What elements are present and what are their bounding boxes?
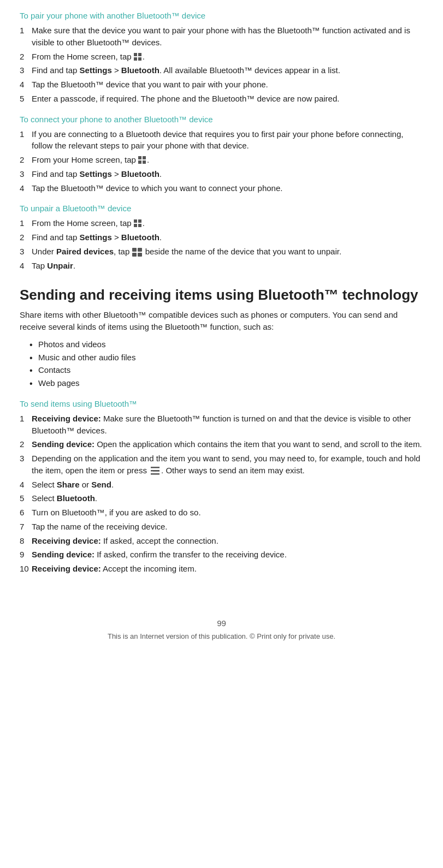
step-num: 4 bbox=[20, 79, 32, 91]
step-num: 2 bbox=[20, 231, 32, 243]
bullet-list: Photos and videos Music and other audio … bbox=[20, 338, 423, 389]
send-step-9: 9 Sending device: If asked, confirm the … bbox=[20, 549, 423, 561]
step-content: Find and tap Settings > Bluetooth. bbox=[32, 231, 423, 243]
unpair-heading: To unpair a Bluetooth™ device bbox=[20, 204, 423, 213]
pair-section: To pair your phone with another Bluetoot… bbox=[20, 11, 423, 105]
step-num: 4 bbox=[20, 182, 32, 194]
send-step-1: 1 Receiving device: Make sure the Blueto… bbox=[20, 413, 423, 437]
step-content: If you are connecting to a Bluetooth dev… bbox=[32, 128, 423, 152]
pair-steps-list: 1 Make sure that the device you want to … bbox=[20, 25, 423, 105]
step-num: 1 bbox=[20, 25, 32, 37]
grid-icon bbox=[138, 156, 147, 164]
pair-step-3: 3 Find and tap Settings > Bluetooth. All… bbox=[20, 64, 423, 76]
step-num: 5 bbox=[20, 492, 32, 504]
step-num: 8 bbox=[20, 535, 32, 547]
step-content: Under Paired devices, tap beside the nam… bbox=[32, 246, 423, 258]
step-content: From the Home screen, tap . bbox=[32, 51, 423, 63]
step-num: 2 bbox=[20, 51, 32, 63]
bullet-item-contacts: Contacts bbox=[29, 364, 423, 376]
grid-icon bbox=[134, 219, 143, 227]
step-content: Select Bluetooth. bbox=[32, 492, 423, 504]
page-number: 99 bbox=[20, 619, 423, 628]
unpair-section: To unpair a Bluetooth™ device 1 From the… bbox=[20, 204, 423, 271]
step-num: 3 bbox=[20, 168, 32, 180]
step-num: 7 bbox=[20, 521, 32, 533]
pair-heading: To pair your phone with another Bluetoot… bbox=[20, 11, 423, 20]
unpair-step-1: 1 From the Home screen, tap . bbox=[20, 217, 423, 229]
step-content: Make sure that the device you want to pa… bbox=[32, 25, 423, 49]
unpair-steps-list: 1 From the Home screen, tap . 2 Find and… bbox=[20, 217, 423, 271]
unpair-step-2: 2 Find and tap Settings > Bluetooth. bbox=[20, 231, 423, 243]
step-content: From the Home screen, tap . bbox=[32, 217, 423, 229]
step-num: 9 bbox=[20, 549, 32, 561]
step-num: 2 bbox=[20, 438, 32, 450]
step-content: Tap the Bluetooth™ device that you want … bbox=[32, 79, 423, 91]
connect-step-3: 3 Find and tap Settings > Bluetooth. bbox=[20, 168, 423, 180]
connect-step-2: 2 From your Home screen, tap . bbox=[20, 154, 423, 166]
connect-step-1: 1 If you are connecting to a Bluetooth d… bbox=[20, 128, 423, 152]
step-num: 10 bbox=[20, 563, 32, 575]
step-num: 3 bbox=[20, 64, 32, 76]
send-step-6: 6 Turn on Bluetooth™, if you are asked t… bbox=[20, 507, 423, 519]
step-num: 3 bbox=[20, 246, 32, 258]
step-num: 5 bbox=[20, 93, 32, 105]
step-content: Tap the Bluetooth™ device to which you w… bbox=[32, 182, 423, 194]
step-content: Depending on the application and the ite… bbox=[32, 453, 423, 477]
send-step-5: 5 Select Bluetooth. bbox=[20, 492, 423, 504]
send-step-8: 8 Receiving device: If asked, accept the… bbox=[20, 535, 423, 547]
step-content: Select Share or Send. bbox=[32, 479, 423, 491]
footer-text: This is an Internet version of this publ… bbox=[20, 632, 423, 640]
send-step-3: 3 Depending on the application and the i… bbox=[20, 453, 423, 477]
bullet-item-web: Web pages bbox=[29, 377, 423, 389]
connect-heading: To connect your phone to another Bluetoo… bbox=[20, 115, 423, 124]
svg-rect-14 bbox=[151, 473, 160, 475]
step-num: 3 bbox=[20, 453, 32, 465]
connect-step-4: 4 Tap the Bluetooth™ device to which you… bbox=[20, 182, 423, 194]
step-num: 1 bbox=[20, 128, 32, 140]
bullet-item-music: Music and other audio files bbox=[29, 352, 423, 364]
step-num: 4 bbox=[20, 479, 32, 491]
step-content: Find and tap Settings > Bluetooth. bbox=[32, 168, 423, 180]
svg-rect-15 bbox=[153, 470, 160, 472]
pair-step-5: 5 Enter a passcode, if required. The pho… bbox=[20, 93, 423, 105]
step-content: Tap the name of the receiving device. bbox=[32, 521, 423, 533]
send-step-4: 4 Select Share or Send. bbox=[20, 479, 423, 491]
paired-device-icon bbox=[132, 248, 142, 257]
step-content: Sending device: If asked, confirm the tr… bbox=[32, 549, 423, 561]
step-content: Receiving device: Make sure the Bluetoot… bbox=[32, 413, 423, 437]
send-step-7: 7 Tap the name of the receiving device. bbox=[20, 521, 423, 533]
step-content: Receiving device: If asked, accept the c… bbox=[32, 535, 423, 547]
pair-step-4: 4 Tap the Bluetooth™ device that you wan… bbox=[20, 79, 423, 91]
grid-icon bbox=[134, 53, 143, 61]
step-content: Find and tap Settings > Bluetooth. All a… bbox=[32, 64, 423, 76]
big-intro: Share items with other Bluetooth™ compat… bbox=[20, 309, 423, 333]
send-section: To send items using Bluetooth™ 1 Receivi… bbox=[20, 399, 423, 575]
step-num: 2 bbox=[20, 154, 32, 166]
step-content: Sending device: Open the application whi… bbox=[32, 438, 423, 450]
svg-rect-11 bbox=[138, 253, 142, 257]
connect-steps-list: 1 If you are connecting to a Bluetooth d… bbox=[20, 128, 423, 194]
bullet-item-photos: Photos and videos bbox=[29, 338, 423, 350]
step-num: 4 bbox=[20, 260, 32, 272]
step-num: 1 bbox=[20, 413, 32, 425]
step-content: Tap Unpair. bbox=[32, 260, 423, 272]
svg-rect-12 bbox=[151, 467, 160, 468]
page-footer: 99 This is an Internet version of this p… bbox=[20, 619, 423, 640]
menu-icon bbox=[150, 467, 161, 475]
svg-rect-10 bbox=[132, 253, 137, 257]
send-heading: To send items using Bluetooth™ bbox=[20, 399, 423, 408]
unpair-step-4: 4 Tap Unpair. bbox=[20, 260, 423, 272]
send-step-10: 10 Receiving device: Accept the incoming… bbox=[20, 563, 423, 575]
send-step-2: 2 Sending device: Open the application w… bbox=[20, 438, 423, 450]
step-num: 6 bbox=[20, 507, 32, 519]
step-num: 1 bbox=[20, 217, 32, 229]
svg-rect-8 bbox=[132, 248, 137, 252]
send-steps-list: 1 Receiving device: Make sure the Blueto… bbox=[20, 413, 423, 575]
svg-rect-9 bbox=[138, 248, 142, 252]
step-content: Turn on Bluetooth™, if you are asked to … bbox=[32, 507, 423, 519]
big-section-heading: Sending and receiving items using Blueto… bbox=[20, 287, 423, 304]
step-content: Enter a passcode, if required. The phone… bbox=[32, 93, 423, 105]
step-content: Receiving device: Accept the incoming it… bbox=[32, 563, 423, 575]
pair-step-2: 2 From the Home screen, tap . bbox=[20, 51, 423, 63]
connect-section: To connect your phone to another Bluetoo… bbox=[20, 115, 423, 194]
